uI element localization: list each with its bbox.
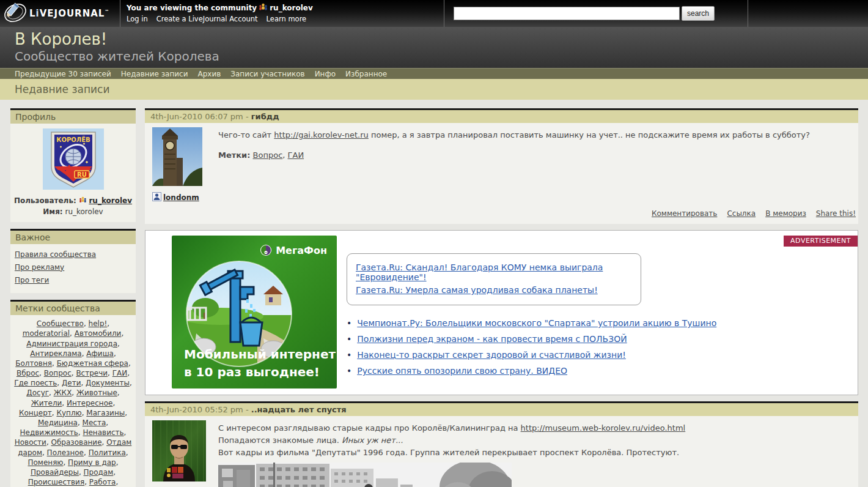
userpic-brezhnev-image[interactable]: [152, 474, 206, 483]
important-link[interactable]: Про рекламу: [15, 262, 133, 272]
megafon-logo-icon: МегаФон: [260, 244, 327, 256]
userpic-bigben-image[interactable]: [152, 179, 202, 188]
logo-wordmark: LiVEJOURNAL™: [29, 8, 109, 19]
ad-bullet-link[interactable]: Полжизни перед экраном - как провести вр…: [357, 334, 627, 344]
tag-link[interactable]: Сообщество: [37, 319, 84, 328]
post-header: 4th-Jun-2010 06:07 pm - гибдд: [145, 110, 858, 123]
bw-video-still-image[interactable]: [218, 463, 847, 487]
tag-link[interactable]: Вопрос: [44, 369, 72, 377]
advertisement-block: ADVERTISEMENT: [145, 230, 858, 395]
ad-links-area: Газета.Ru: Скандал! Благодаря КОМУ немка…: [337, 236, 858, 388]
tag-link[interactable]: Медицина: [38, 418, 78, 427]
tag-link[interactable]: Администрация города: [26, 340, 117, 348]
tag-link[interactable]: moderatorial: [23, 329, 70, 338]
ad-link-box: Газета.Ru: Скандал! Благодаря КОМУ немка…: [347, 253, 641, 305]
viewing-label: You are viewing the community: [127, 4, 257, 12]
tag-link[interactable]: Продам: [84, 468, 114, 477]
tag-link[interactable]: Антиреклама: [30, 349, 82, 358]
livejournal-logo[interactable]: LiVEJOURNAL™: [0, 0, 120, 27]
tag-link[interactable]: Автомобили: [75, 329, 122, 338]
search-input[interactable]: [454, 7, 680, 20]
create-account-link[interactable]: Create a LiveJournal Account: [156, 15, 258, 23]
tag-link[interactable]: help!: [89, 319, 108, 328]
megafon-ad-banner[interactable]: МегаФон Мобильный интернет в 10 раз выго…: [172, 236, 337, 388]
entry-text: С интересом разглядываю старые кадры про…: [211, 420, 853, 487]
megafon-ad-text: Мобильный интернет в 10 раз выгоднее!: [184, 346, 336, 381]
tag-link[interactable]: Недвижимость: [20, 428, 78, 437]
userpic-column: oldporuchik: [152, 420, 211, 487]
tag-link[interactable]: Политика: [89, 448, 126, 457]
tag-link[interactable]: Образование: [51, 438, 102, 447]
profile-user-link[interactable]: ru_korolev: [89, 196, 132, 205]
nav-link[interactable]: Записи участников: [230, 70, 304, 78]
nav-link[interactable]: Инфо: [315, 70, 336, 78]
tag-link[interactable]: Провайдеры: [31, 468, 79, 477]
community-name-link[interactable]: ru_korolev: [270, 4, 313, 12]
important-box: Важное Правила сообществаПро рекламуПро …: [10, 229, 136, 294]
tag-link[interactable]: Документы: [86, 379, 130, 387]
nav-link[interactable]: Предыдущие 30 записей: [15, 70, 111, 78]
tag-link[interactable]: Вброс: [17, 369, 39, 377]
name-label: Имя:: [43, 207, 62, 216]
entry-text: Чего-то сайт http://gai.korolev-net.ru п…: [211, 127, 853, 203]
post-tag-link[interactable]: ГАИ: [288, 151, 304, 160]
advertisement-label: ADVERTISEMENT: [784, 236, 858, 247]
tag-link[interactable]: Магазины: [86, 409, 125, 417]
name-value: ru_korolev: [65, 207, 103, 216]
username-link[interactable]: londonm: [163, 193, 199, 202]
post-footer-link[interactable]: Share this!: [816, 209, 856, 218]
learn-more-link[interactable]: Learn more: [267, 15, 307, 23]
tag-link[interactable]: ГАИ: [112, 369, 128, 377]
tag-link[interactable]: Полезное: [47, 448, 84, 457]
tag-link[interactable]: Места: [83, 418, 106, 427]
coat-of-arms-image[interactable]: КОРОЛЁВ RU: [43, 128, 104, 192]
user-icon: [152, 192, 161, 203]
entry-italic-text: Иных уж нет...: [342, 436, 403, 445]
community-subtitle: Сообщество жителей Королева: [15, 49, 868, 64]
ad-news-link[interactable]: Газета.Ru: Умерла самая уродливая собака…: [356, 285, 632, 295]
account-links: Log inCreate a LiveJournal AccountLearn …: [127, 15, 444, 23]
important-heading: Важное: [10, 231, 136, 244]
post-footer-link[interactable]: Ссылка: [727, 209, 756, 218]
tag-link[interactable]: Работа: [89, 478, 116, 486]
entry-url-link[interactable]: http://gai.korolev-net.ru: [274, 130, 369, 139]
tag-link[interactable]: Жители: [31, 399, 62, 407]
login-link[interactable]: Log in: [127, 15, 148, 23]
nav-link[interactable]: Избранное: [345, 70, 387, 78]
tag-link[interactable]: Концерт: [19, 409, 52, 417]
tag-link[interactable]: ЖКХ: [54, 388, 72, 397]
tag-link[interactable]: Бюджетная сфера: [57, 359, 128, 368]
post-footer: КомментироватьСсылкаВ меморизShare this!: [145, 204, 858, 224]
ad-news-link[interactable]: Газета.Ru: Скандал! Благодаря КОМУ немка…: [356, 262, 632, 282]
tag-link[interactable]: Поменяю: [28, 458, 64, 467]
tag-link[interactable]: Интересное: [67, 399, 112, 407]
ad-bullet-link[interactable]: Чемпионат.Ру: Болельщики московского "Сп…: [357, 318, 716, 328]
tag-link[interactable]: Афиша: [86, 349, 114, 358]
tag-link[interactable]: Где поесть: [14, 379, 57, 387]
important-link[interactable]: Правила сообщества: [15, 250, 133, 259]
topbar-spacer: [748, 0, 868, 27]
entry-url-link[interactable]: http://museum.web-korolev.ru/video.html: [521, 423, 686, 433]
post-footer-link[interactable]: В мемориз: [765, 209, 806, 218]
search-button[interactable]: search: [682, 6, 715, 21]
ad-bullet-link[interactable]: Русские опять опозорили свою страну. ВИД…: [357, 366, 567, 376]
nav-link[interactable]: Архив: [197, 70, 221, 78]
post-footer-link[interactable]: Комментировать: [652, 209, 717, 218]
tag-link[interactable]: Ненависть: [83, 428, 123, 437]
post-tag-link[interactable]: Вопрос: [253, 151, 283, 160]
tags-heading: Метки сообщества: [10, 302, 136, 315]
community-title: В Королев!: [15, 31, 868, 49]
tag-link[interactable]: Встречи: [76, 369, 108, 377]
tag-link[interactable]: Приму в дар: [68, 458, 116, 467]
tag-link[interactable]: Досуг: [26, 388, 49, 397]
post-date: 4th-Jun-2010 06:07 pm: [150, 112, 243, 121]
tag-link[interactable]: Болтовня: [15, 359, 52, 368]
tag-link[interactable]: Происшествия: [28, 478, 84, 486]
nav-link[interactable]: Недавние записи: [121, 70, 188, 78]
tag-link[interactable]: Животные: [76, 388, 117, 397]
important-link[interactable]: Про теги: [15, 275, 133, 285]
ad-bullet-link[interactable]: Наконец-то раскрыт секрет здоровой и сча…: [357, 350, 626, 360]
tag-link[interactable]: Дети: [62, 379, 81, 387]
tag-link[interactable]: Новости: [15, 438, 46, 447]
tag-link[interactable]: Куплю: [56, 409, 81, 417]
